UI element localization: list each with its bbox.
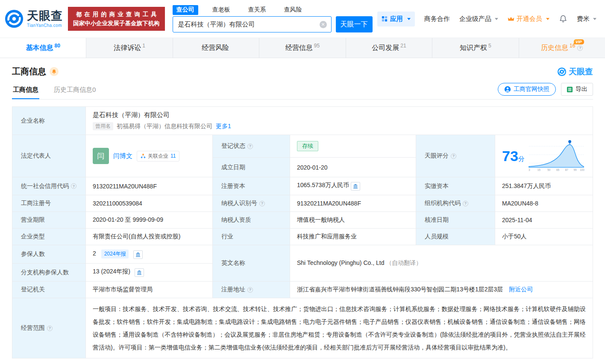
search-input[interactable] [173,17,331,32]
more-former-names-link[interactable]: 更多1 [216,123,231,130]
clear-search-icon[interactable] [320,21,327,28]
search-area: 查公司 查老板 查关系 查风险 天眼一下 [173,5,373,32]
enterprise-products-menu[interactable]: 企业级产品 [459,15,498,23]
annual-report-icon[interactable] [133,250,143,259]
tianyancha-logo[interactable]: 天眼查 TianYanCha.com [4,9,63,29]
crown-icon [508,16,514,22]
apps-label: 应用 [390,15,403,23]
search-tab-company[interactable]: 查公司 [173,5,198,15]
label-company-name: 企业名称 [12,107,86,135]
value-credit-code: 91320211MA20UN488F [86,177,213,195]
help-icon[interactable] [259,201,265,206]
subscribe-bell-icon[interactable] [50,67,59,76]
value-company-name: 是石科技（平湖）有限公司 曾用名 初福易得（平湖）信息科技有限公司 更多1 [86,107,593,135]
svg-text:99: 99 [573,168,577,171]
tab-count: 5 [488,43,491,49]
vip-membership-menu[interactable]: 开通会员 [508,15,549,23]
value-registration-authority: 平湖市市场监督管理局 [86,282,213,298]
business-cooperation-link[interactable]: 商务合作 [424,15,450,23]
chevron-down-icon [593,18,596,20]
tab-label: 公司发展 [372,44,399,53]
snapshot-person-icon [504,86,511,93]
label-approval-date: 核准日期 [416,212,495,229]
snapshot-button-label: 工商官网快照 [514,85,549,93]
company-name: 是石科技（平湖）有限公司 [93,111,586,119]
label-tianyan-score: 天眼评分 [416,135,495,177]
help-icon[interactable] [577,45,583,51]
label-registration-authority: 登记机关 [12,282,86,298]
label-staff-scale: 人员规模 [416,229,495,245]
registered-address: 浙江省嘉兴市平湖市钟埭街道福善线钟南段330号智创园二期13号楼1层2层3层 [297,286,503,293]
help-icon[interactable] [247,287,253,293]
label-registered-address: 注册地址 [213,282,290,298]
subtab-history-registration[interactable]: 历史工商信息0 [53,82,97,99]
legal-rep-avatar[interactable]: 闫 [93,148,109,164]
subtab-business-registration[interactable]: 工商信息 [12,82,39,99]
search-tab-risk[interactable]: 查风险 [280,5,306,15]
related-companies-tag[interactable]: 关联企业 11 [137,151,179,161]
apps-menu[interactable]: 应用 [377,12,415,26]
label-business-term: 营业期限 [12,212,86,229]
label-credit-code: 统一社会信用代码 [12,177,86,195]
label-insured-count: 参保人数 [12,245,86,264]
annual-report-tag[interactable]: 2024年报 [101,250,129,258]
capital-source-icon[interactable] [351,182,360,191]
label-paid-capital: 实缴资本 [416,177,495,195]
nearby-companies-link[interactable]: 附近公司 [509,286,533,293]
header-right-nav: 应用 商务合作 企业级产品 开通会员 费米 [377,12,596,26]
chevron-down-icon [407,18,411,20]
tab-count: 21 [400,43,406,49]
tab-label: 经营风险 [202,44,229,53]
tab-label: 历史信息 [541,44,568,53]
table-row: 参保人数 2 2024年报 英文名称 Shi Technology (Pingh… [12,245,593,264]
subtab-row: 工商信息 历史工商信息0 工商官网快照 导出 [12,82,593,100]
value-tianyan-score[interactable]: 73分 3 15 50 [495,135,593,177]
search-button[interactable]: 天眼一下 [336,16,373,32]
svg-text:65: 65 [556,168,560,171]
official-snapshot-button[interactable]: 工商官网快照 [498,83,556,96]
notifications-bell-icon[interactable] [559,15,567,23]
tab-history-info[interactable]: VIP 历史信息 16 [519,38,605,58]
slogan-line1: 都在用的商业查询工具 [73,10,162,19]
tab-business-info[interactable]: 经营信息 95 [259,38,346,58]
main-content: 工商信息 天眼查 工商信息 历史工商信息0 [0,58,605,358]
value-registration-status: 存续 [290,135,416,158]
table-row: 企业类型 有限责任公司(自然人投资或控股) 行业 科技推广和应用服务业 人员规模… [12,229,593,245]
legal-rep-link[interactable]: 闫博文 [113,152,132,160]
search-tab-boss[interactable]: 查老板 [209,5,234,15]
tab-basic-info[interactable]: 基本信息 80 [0,38,86,58]
label-org-code: 组织机构代码 [416,195,495,212]
tab-label: 法律诉讼 [114,44,141,53]
value-industry: 科技推广和应用服务业 [290,229,416,245]
value-org-code: MA20UN48-8 [495,195,593,212]
label-establish-date: 成立日期 [213,158,290,177]
chevron-down-icon [546,18,549,20]
help-icon[interactable] [451,153,456,159]
value-business-scope: 一般项目：技术服务、技术开发、技术咨询、技术交流、技术转让、技术推广；货物进出口… [86,298,593,358]
watermark-text: 天眼查 [569,66,593,77]
tab-legal-proceedings[interactable]: 法律诉讼 1 [86,38,173,58]
tab-label: 经营信息 [285,44,313,53]
top-header: 天眼查 TianYanCha.com 都在用的商业查询工具 国家中小企业发展子基… [0,0,605,38]
export-button[interactable]: 导出 [561,83,593,96]
tab-company-development[interactable]: 公司发展 21 [346,38,432,58]
username: 费米 [577,15,590,22]
svg-text:3: 3 [529,168,530,171]
vip-badge: VIP [574,39,584,44]
help-icon[interactable] [247,144,253,149]
score-unit: 分 [518,155,525,162]
search-tab-relation[interactable]: 查关系 [244,5,270,15]
chevron-down-icon [495,18,498,20]
label-english-name: 英文名称 [213,245,290,282]
value-establish-date: 2020-01-20 [290,158,416,177]
search-tabs: 查公司 查老板 查关系 查风险 [173,5,373,15]
help-icon[interactable] [71,183,76,189]
annual-report-icon[interactable] [135,268,144,277]
user-menu[interactable]: 费米 [577,15,596,23]
help-icon[interactable] [47,326,53,331]
tab-intellectual-property[interactable]: 知识产权 5 [432,38,519,58]
help-icon[interactable] [463,201,468,206]
value-business-term: 2020-01-20 至 9999-09-09 [86,212,213,229]
brand-slogan-banner: 都在用的商业查询工具 国家中小企业发展子基金旗下机构 [68,7,165,31]
tab-operating-risk[interactable]: 经营风险 [173,38,259,58]
